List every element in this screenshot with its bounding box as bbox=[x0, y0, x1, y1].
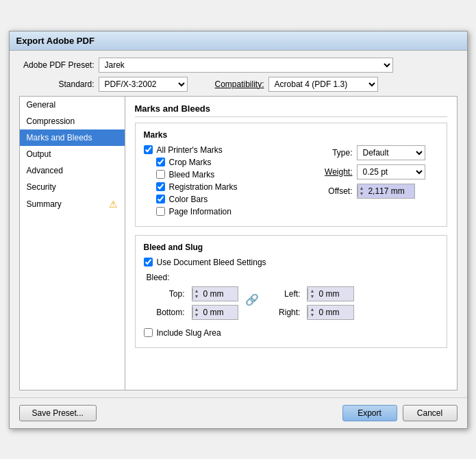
sidebar-item-security[interactable]: Security bbox=[20, 179, 125, 195]
top-spinner: ▲ ▼ bbox=[192, 288, 201, 299]
save-preset-button[interactable]: Save Preset... bbox=[19, 405, 97, 421]
right-up[interactable]: ▲ bbox=[308, 307, 316, 312]
use-doc-bleed-checkbox[interactable] bbox=[144, 258, 153, 266]
sidebar-item-compression[interactable]: Compression bbox=[20, 113, 125, 129]
warning-icon: ⚠ bbox=[109, 199, 118, 210]
offset-up-arrow[interactable]: ▲ bbox=[358, 186, 366, 191]
sidebar-item-output[interactable]: Output bbox=[20, 146, 125, 162]
all-printers-marks-row: All Printer's Marks bbox=[144, 145, 301, 155]
bottom-down[interactable]: ▼ bbox=[193, 312, 201, 318]
type-select[interactable]: Default J-Mark Roman bbox=[357, 145, 425, 160]
offset-label: Offset: bbox=[315, 186, 353, 196]
bleed-marks-label: Bleed Marks bbox=[169, 170, 215, 179]
sidebar-item-marks-and-bleeds[interactable]: Marks and Bleeds bbox=[20, 129, 125, 146]
crop-marks-label: Crop Marks bbox=[169, 158, 212, 167]
weight-select[interactable]: 0.25 pt 0.50 pt 1.00 pt bbox=[357, 164, 425, 179]
top-up[interactable]: ▲ bbox=[193, 288, 201, 294]
right-bleed-row: Right: ▲ ▼ bbox=[266, 305, 354, 320]
type-label: Type: bbox=[315, 148, 353, 158]
chain-link-icon: 🔗 bbox=[245, 293, 259, 306]
bottom-label: Bottom: bbox=[151, 308, 185, 317]
compat-label: Compatibility: bbox=[215, 79, 264, 89]
bleed-marks-row: Bleed Marks bbox=[156, 170, 301, 179]
preset-select[interactable]: Jarek bbox=[99, 58, 393, 73]
marks-section-label: Marks bbox=[144, 130, 438, 140]
bottom-bleed-wrap: ▲ ▼ bbox=[192, 305, 239, 320]
sidebar: General Compression Marks and Bleeds Out… bbox=[19, 96, 125, 390]
marks-settings: Type: Default J-Mark Roman Weight: bbox=[315, 145, 438, 219]
page-info-row: Page Information bbox=[156, 207, 301, 216]
include-slug-label: Include Slug Area bbox=[157, 328, 221, 338]
color-bars-row: Color Bars bbox=[156, 195, 301, 204]
cancel-button[interactable]: Cancel bbox=[403, 405, 458, 421]
left-bleed-row: Left: ▲ ▼ bbox=[266, 286, 354, 301]
weight-label: Weight: bbox=[315, 167, 353, 177]
registration-marks-row: Registration Marks bbox=[156, 182, 301, 192]
left-label: Left: bbox=[266, 289, 300, 299]
bottom-bleed-row: Bottom: ▲ ▼ bbox=[151, 305, 239, 320]
top-bleed-wrap: ▲ ▼ bbox=[192, 286, 239, 301]
right-bleed-input[interactable] bbox=[316, 306, 353, 319]
weight-row: Weight: 0.25 pt 0.50 pt 1.00 pt bbox=[315, 164, 438, 179]
sidebar-item-general[interactable]: General bbox=[20, 97, 125, 113]
marks-bleeds-panel: Marks and Bleeds Marks All Printer's Mar… bbox=[125, 96, 458, 390]
all-printers-marks-checkbox[interactable] bbox=[144, 145, 153, 154]
left-bleed-wrap: ▲ ▼ bbox=[307, 286, 354, 301]
offset-down-arrow[interactable]: ▼ bbox=[358, 191, 366, 197]
standard-label: Standard: bbox=[19, 79, 95, 89]
bottom-up[interactable]: ▲ bbox=[193, 307, 201, 312]
top-down[interactable]: ▼ bbox=[193, 294, 201, 299]
color-bars-label: Color Bars bbox=[169, 195, 208, 204]
panel-title: Marks and Bleeds bbox=[135, 103, 447, 117]
offset-row: Offset: ▲ ▼ bbox=[315, 184, 438, 199]
right-bleed-wrap: ▲ ▼ bbox=[307, 305, 354, 320]
compat-select[interactable]: Acrobat 4 (PDF 1.3) Acrobat 5 (PDF 1.4) … bbox=[268, 77, 378, 92]
preset-label: Adobe PDF Preset: bbox=[19, 60, 95, 70]
bleed-right-col: Left: ▲ ▼ bbox=[266, 286, 354, 320]
right-label: Right: bbox=[266, 308, 300, 317]
dialog-title: Export Adobe PDF bbox=[10, 32, 467, 51]
export-button[interactable]: Export bbox=[342, 405, 397, 421]
right-down[interactable]: ▼ bbox=[308, 312, 316, 318]
crop-marks-row: Crop Marks bbox=[156, 158, 301, 167]
all-printers-marks-label: All Printer's Marks bbox=[157, 145, 223, 155]
use-doc-bleed-label: Use Document Bleed Settings bbox=[157, 258, 266, 267]
left-down[interactable]: ▼ bbox=[308, 294, 316, 299]
top-label: Top: bbox=[151, 289, 185, 299]
bottom-spinner: ▲ ▼ bbox=[192, 307, 201, 318]
bleed-marks-checkbox[interactable] bbox=[156, 170, 165, 179]
type-row: Type: Default J-Mark Roman bbox=[315, 145, 438, 160]
include-slug-row: Include Slug Area bbox=[144, 328, 438, 338]
top-bleed-input[interactable] bbox=[200, 287, 238, 301]
marks-section: Marks All Printer's Marks Crop Marks bbox=[135, 123, 447, 227]
page-information-checkbox[interactable] bbox=[156, 207, 165, 216]
standard-select[interactable]: PDF/X-3:2002 None PDF/X-1a:2001 PDF/X-4:… bbox=[99, 77, 188, 92]
left-up[interactable]: ▲ bbox=[308, 288, 316, 294]
left-spinner: ▲ ▼ bbox=[308, 288, 316, 299]
marks-checkboxes: All Printer's Marks Crop Marks Bleed Mar… bbox=[144, 145, 301, 219]
use-doc-bleed-row: Use Document Bleed Settings bbox=[144, 258, 438, 267]
bleed-slug-label: Bleed and Slug bbox=[144, 243, 438, 252]
bleed-left-col: Top: ▲ ▼ bbox=[151, 286, 239, 320]
offset-spinner: ▲ ▼ bbox=[358, 186, 366, 197]
bleed-slug-section: Bleed and Slug Use Document Bleed Settin… bbox=[135, 235, 447, 348]
bottom-bleed-input[interactable] bbox=[200, 306, 238, 319]
offset-input-wrap: ▲ ▼ bbox=[357, 184, 416, 199]
crop-marks-checkbox[interactable] bbox=[156, 158, 165, 166]
sidebar-item-advanced[interactable]: Advanced bbox=[20, 162, 125, 179]
offset-input[interactable] bbox=[365, 184, 414, 198]
bleed-label: Bleed: bbox=[147, 273, 170, 282]
include-slug-checkbox[interactable] bbox=[144, 328, 153, 337]
registration-marks-checkbox[interactable] bbox=[156, 182, 165, 191]
color-bars-checkbox[interactable] bbox=[156, 195, 165, 203]
registration-marks-label: Registration Marks bbox=[169, 182, 238, 192]
page-information-label: Page Information bbox=[169, 207, 231, 216]
export-pdf-dialog: Export Adobe PDF Adobe PDF Preset: Jarek… bbox=[9, 31, 468, 429]
sidebar-item-summary[interactable]: Summary ⚠ bbox=[20, 195, 125, 213]
right-spinner: ▲ ▼ bbox=[308, 307, 316, 318]
dialog-footer: Save Preset... Export Cancel bbox=[10, 397, 467, 428]
top-bleed-row: Top: ▲ ▼ bbox=[151, 286, 239, 301]
left-bleed-input[interactable] bbox=[316, 287, 353, 301]
